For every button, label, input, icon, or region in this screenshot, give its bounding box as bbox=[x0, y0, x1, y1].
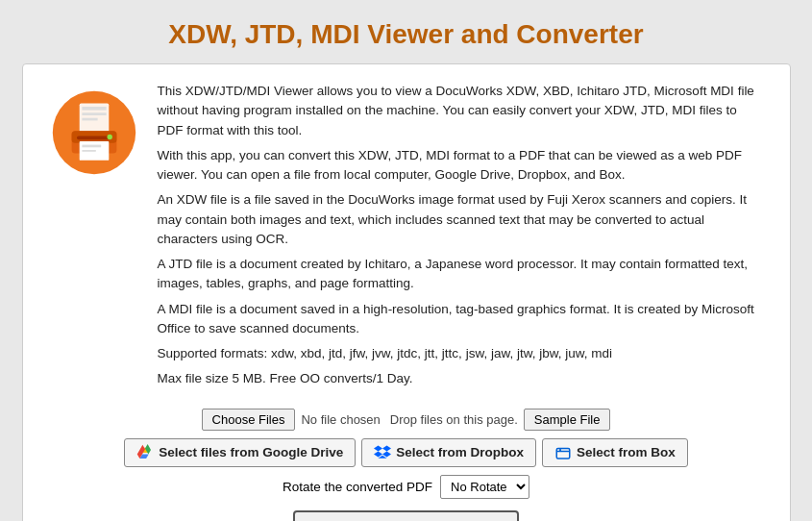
gdrive-label: Select files from Google Drive bbox=[159, 445, 343, 459]
description-area: This XDW/JTD/MDI Viewer allows you to vi… bbox=[158, 82, 767, 395]
view-convert-button[interactable]: View and Convert bbox=[293, 510, 519, 522]
file-right-group: Drop files on this page. Sample File bbox=[390, 409, 611, 431]
desc-para7: Max file size 5 MB. Free OO converts/1 D… bbox=[158, 369, 767, 388]
svg-rect-2 bbox=[82, 107, 106, 111]
desc-para5: A MDI file is a document saved in a high… bbox=[158, 300, 767, 339]
rotate-row: Rotate the converted PDF No Rotate 90° 1… bbox=[283, 475, 529, 499]
svg-rect-10 bbox=[82, 150, 95, 152]
rotate-select[interactable]: No Rotate 90° 180° 270° bbox=[440, 475, 529, 499]
desc-para6: Supported formats: xdw, xbd, jtd, jfw, j… bbox=[158, 344, 767, 363]
file-left-group: Choose Files No file chosen bbox=[202, 409, 381, 431]
printer-icon bbox=[51, 89, 137, 176]
svg-rect-4 bbox=[82, 118, 97, 121]
sample-file-button[interactable]: Sample File bbox=[524, 409, 611, 431]
desc-para1: This XDW/JTD/MDI Viewer allows you to vi… bbox=[158, 82, 767, 140]
svg-point-11 bbox=[107, 135, 111, 139]
choose-files-button[interactable]: Choose Files bbox=[202, 409, 296, 431]
main-card: This XDW/JTD/MDI Viewer allows you to vi… bbox=[22, 63, 791, 521]
box-button[interactable]: Select from Box bbox=[542, 438, 688, 467]
svg-rect-3 bbox=[82, 112, 106, 115]
cloud-buttons-row: Select files from Google Drive Select fr… bbox=[124, 438, 688, 467]
file-row: Choose Files No file chosen Drop files o… bbox=[46, 409, 767, 431]
svg-rect-9 bbox=[82, 145, 101, 148]
gdrive-icon bbox=[136, 444, 154, 461]
box-icon bbox=[554, 444, 572, 461]
svg-point-13 bbox=[559, 448, 561, 450]
page-title: XDW, JTD, MDI Viewer and Converter bbox=[168, 19, 643, 50]
svg-rect-12 bbox=[556, 448, 570, 459]
dropbox-button[interactable]: Select from Dropbox bbox=[361, 438, 536, 467]
dropbox-icon bbox=[374, 444, 391, 461]
content-area: This XDW/JTD/MDI Viewer allows you to vi… bbox=[46, 82, 767, 395]
svg-rect-7 bbox=[77, 136, 111, 140]
desc-para2: With this app, you can convert this XDW,… bbox=[158, 146, 767, 186]
box-label: Select from Box bbox=[577, 445, 676, 459]
icon-area bbox=[46, 82, 142, 395]
desc-para3: An XDW file is a file saved in the DocuW… bbox=[158, 190, 767, 249]
desc-para4: A JTD file is a document created by Ichi… bbox=[158, 255, 767, 294]
dropbox-label: Select from Dropbox bbox=[396, 445, 524, 459]
controls-area: Choose Files No file chosen Drop files o… bbox=[46, 409, 767, 522]
no-file-text: No file chosen bbox=[301, 412, 380, 427]
drop-text: Drop files on this page. bbox=[390, 412, 518, 427]
gdrive-button[interactable]: Select files from Google Drive bbox=[124, 438, 356, 467]
rotate-label: Rotate the converted PDF bbox=[283, 480, 432, 494]
